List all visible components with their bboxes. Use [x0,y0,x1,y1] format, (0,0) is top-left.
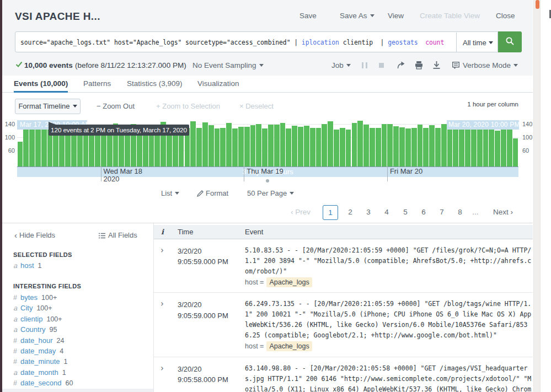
timeline-bar[interactable] [280,123,286,167]
timeline-bar[interactable] [370,128,375,167]
timeline-bar[interactable] [292,126,297,167]
zoom-out-button[interactable]: − Zoom Out [97,102,135,110]
timeline-bar[interactable] [471,125,477,167]
timeline-bar[interactable] [196,128,202,167]
print-icon[interactable] [415,61,423,69]
scrollbar-thumb[interactable] [536,0,539,9]
field-row-date_hour[interactable]: #date_hour24 [13,336,64,347]
timeline-bar[interactable] [35,126,41,167]
timeline-bar[interactable] [513,138,518,167]
timeline-bar[interactable] [215,128,220,167]
timeline-bar[interactable] [244,127,250,167]
timeline-bar[interactable] [190,121,196,167]
timeline-bar[interactable] [418,125,423,167]
expand-row-icon[interactable]: › [161,299,164,309]
search-mode-menu[interactable]: Verbose Mode [463,61,518,69]
share-icon[interactable] [397,61,405,69]
timeline-bar[interactable] [382,124,387,167]
timeline-bar[interactable] [322,124,327,167]
timeline-bar[interactable] [477,123,483,167]
timeline-bar[interactable] [310,128,315,167]
pagination-page-4[interactable]: 4 [382,208,392,216]
timeline-bar[interactable] [376,128,381,167]
tab-events[interactable]: Events (10,000) [14,79,68,88]
timeline-bar[interactable] [298,127,303,167]
timeline-bar[interactable] [256,124,261,167]
timeline-bar[interactable] [393,126,399,167]
pagination-page-6[interactable]: 6 [419,208,429,216]
timeline-bar[interactable] [41,126,47,167]
timeline-bar[interactable] [441,124,447,167]
timeline-bar[interactable] [220,128,226,167]
pagination-page-5[interactable]: 5 [400,208,410,216]
timeline-bar[interactable] [483,126,489,167]
timeline-bar[interactable] [286,128,291,167]
timeline-bar[interactable] [18,142,23,167]
timeline-bar[interactable] [346,130,351,167]
timeline-bar[interactable] [453,129,458,167]
field-row-City[interactable]: aCity100+ [13,304,52,314]
timeline-bar[interactable] [447,127,453,167]
timeline-bar[interactable] [489,126,494,167]
timeline-bar[interactable] [501,125,506,167]
timeline-bar[interactable] [387,124,393,167]
timeline-bar[interactable] [23,128,29,167]
timeline-bar[interactable] [250,125,256,167]
field-row-clientip[interactable]: aclientip100+ [13,315,62,325]
host-value-chip[interactable]: Apache_logs [266,341,312,351]
pagination-page-7[interactable]: 7 [437,208,447,216]
all-fields-button[interactable]: All Fields [99,231,137,239]
timeline-bar[interactable] [232,128,238,167]
timeline-bar[interactable] [316,128,322,167]
save-as-button[interactable]: Save As [340,12,375,20]
pagination-page-3[interactable]: 3 [363,208,373,216]
timeline-bar[interactable] [363,125,369,167]
hide-fields-button[interactable]: ‹Hide Fields [14,231,55,239]
timeline-bar[interactable] [334,130,339,167]
timeline-bar[interactable] [202,122,208,167]
timeline-resize-handle[interactable] [266,179,269,182]
tab-statistics[interactable]: Statistics (3,909) [127,79,183,88]
timeline-bar[interactable] [495,131,500,167]
field-row-date_month[interactable]: adate_month1 [13,368,66,379]
job-menu[interactable]: Job [331,61,351,69]
per-page-menu[interactable]: 50 Per Page [247,189,294,197]
timeline-bar[interactable] [411,128,417,167]
timeline-bar[interactable] [435,128,441,167]
timeline-bar[interactable] [357,121,363,167]
search-button[interactable] [498,31,522,52]
timeline-bar[interactable] [340,128,345,167]
timeline-bar[interactable] [328,121,333,167]
event-sampling-menu[interactable]: No Event Sampling [192,61,264,69]
pagination-page-8[interactable]: 8 [455,208,465,216]
field-row-date_minute[interactable]: #date_minute1 [13,357,68,368]
timeline-bar[interactable] [268,125,274,167]
tab-patterns[interactable]: Patterns [83,79,111,88]
timeline-bar[interactable] [262,128,268,167]
host-value-chip[interactable]: Apache_logs [266,277,312,287]
timeline-bar[interactable] [429,125,435,167]
field-row-date_mday[interactable]: #date_mday4 [13,347,63,357]
expand-row-icon[interactable]: › [161,363,164,373]
field-row-Country[interactable]: aCountry95 [13,325,57,336]
timeline-bar[interactable] [459,129,464,167]
timeline-bar[interactable] [405,128,411,167]
pagination-page-2[interactable]: 2 [345,208,355,216]
time-range-picker[interactable]: All time [456,33,498,52]
view-button[interactable]: View [388,12,404,20]
field-row-date_second[interactable]: #date_second60 [13,379,73,389]
timeline-bar[interactable] [304,126,309,167]
scrollbar-track[interactable] [533,0,541,392]
tab-visualization[interactable]: Visualization [197,79,239,88]
field-row-host[interactable]: ahost1 [13,261,42,272]
save-button[interactable]: Save [299,12,317,20]
timeline-bar[interactable] [507,126,512,167]
pagination-page-current[interactable]: 1 [323,205,338,220]
close-button[interactable]: Close [496,12,515,20]
list-view-menu[interactable]: List [161,189,179,197]
field-row-bytes[interactable]: #bytes100+ [13,293,57,304]
timeline-bar[interactable] [238,127,244,167]
format-timeline-button[interactable]: Format Timeline [15,99,81,114]
export-icon[interactable] [432,61,441,69]
timeline-bar[interactable] [352,123,357,167]
